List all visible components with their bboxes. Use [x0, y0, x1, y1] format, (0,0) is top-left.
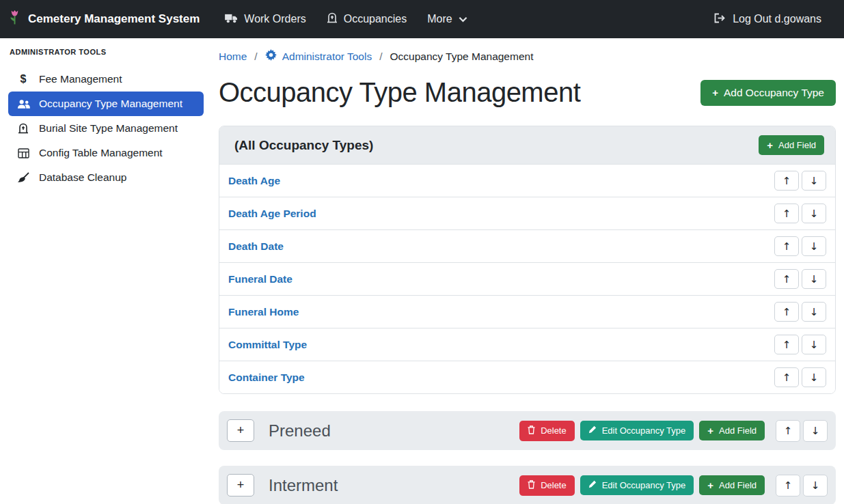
move-up-button[interactable]: ↑: [774, 269, 799, 289]
field-link-death-date[interactable]: Death Date: [228, 240, 284, 253]
move-down-button[interactable]: ↓: [802, 236, 826, 256]
sidebar: ADMINISTRATOR TOOLS $ Fee Management Occ…: [0, 38, 210, 504]
field-link-committal-type[interactable]: Committal Type: [228, 339, 307, 351]
truck-icon: [225, 13, 238, 26]
edit-occupancy-type-button[interactable]: Edit Occupancy Type: [580, 421, 694, 440]
move-down-button[interactable]: ↓: [803, 420, 828, 442]
breadcrumb-current: Occupancy Type Management: [390, 51, 534, 63]
sidebar-item-burial-site-type-management[interactable]: Burial Site Type Management: [8, 116, 204, 141]
field-row: Funeral Date ↑ ↓: [219, 262, 835, 295]
breadcrumb-administrator-tools[interactable]: Administrator Tools: [265, 49, 372, 64]
pencil-icon: [588, 480, 597, 490]
field-link-funeral-date[interactable]: Funeral Date: [228, 273, 292, 285]
arrow-down-icon: ↓: [810, 175, 819, 187]
arrow-down-icon: ↓: [810, 306, 819, 318]
plus-icon: +: [237, 423, 245, 438]
add-field-button[interactable]: + Add Field: [759, 135, 824, 155]
logout-link[interactable]: Log Out d.gowans: [704, 7, 832, 32]
trash-icon: [528, 480, 535, 491]
plus-icon: +: [712, 87, 718, 98]
arrow-up-icon: ↑: [782, 240, 791, 253]
arrow-down-icon: ↓: [810, 208, 819, 220]
chevron-down-icon: [459, 13, 467, 25]
sidebar-item-config-table-management[interactable]: Config Table Management: [8, 141, 204, 165]
plus-icon: +: [707, 480, 713, 490]
arrow-up-icon: ↑: [782, 273, 791, 285]
sidebar-item-fee-management[interactable]: $ Fee Management: [8, 67, 204, 92]
page-title: Occupancy Type Management: [219, 77, 580, 108]
breadcrumb-home[interactable]: Home: [219, 51, 247, 63]
tombstone-icon: [16, 123, 30, 134]
arrow-up-icon: ↑: [782, 372, 791, 384]
move-down-button[interactable]: ↓: [802, 335, 826, 354]
delete-button[interactable]: Delete: [519, 421, 575, 441]
move-down-button[interactable]: ↓: [802, 367, 826, 387]
tulip-logo-icon: [8, 8, 21, 31]
add-field-button[interactable]: + Add Field: [699, 421, 765, 440]
section-title: Preneed: [269, 421, 331, 440]
field-row: Death Date ↑ ↓: [219, 229, 835, 262]
move-up-button[interactable]: ↑: [774, 335, 799, 354]
field-row: Container Type ↑ ↓: [219, 361, 835, 393]
field-link-container-type[interactable]: Container Type: [228, 372, 305, 384]
move-down-button[interactable]: ↓: [802, 204, 826, 223]
move-up-button[interactable]: ↑: [774, 302, 799, 322]
all-occupancy-types-header: (All Occupancy Types) + Add Field: [219, 126, 835, 165]
arrow-up-icon: ↑: [782, 208, 791, 220]
arrow-up-icon: ↑: [782, 306, 791, 318]
breadcrumb: Home / Administrator Tools / Occupancy T…: [219, 49, 836, 64]
arrow-down-icon: ↓: [810, 339, 819, 351]
top-navbar: Cemetery Management System Work Orders O…: [0, 0, 844, 38]
field-link-death-age[interactable]: Death Age: [228, 175, 280, 187]
arrow-down-icon: ↓: [810, 240, 819, 253]
nav-item-occupancies[interactable]: Occupancies: [316, 6, 418, 32]
move-up-button[interactable]: ↑: [776, 475, 800, 496]
nav-links: Work Orders Occupancies More: [215, 6, 477, 32]
move-down-button[interactable]: ↓: [802, 302, 826, 322]
main-content: Home / Administrator Tools / Occupancy T…: [210, 38, 844, 504]
arrow-up-icon: ↑: [784, 425, 793, 437]
arrow-up-icon: ↑: [782, 339, 791, 351]
trash-icon: [528, 425, 535, 436]
add-field-button[interactable]: + Add Field: [699, 475, 765, 495]
app-brand[interactable]: Cemetery Management System: [8, 8, 200, 31]
move-down-button[interactable]: ↓: [802, 171, 826, 191]
move-up-button[interactable]: ↑: [774, 171, 799, 191]
field-link-funeral-home[interactable]: Funeral Home: [228, 306, 299, 318]
sidebar-item-database-cleanup[interactable]: Database Cleanup: [8, 165, 204, 190]
field-row: Committal Type ↑ ↓: [219, 328, 835, 361]
table-icon: [16, 148, 30, 158]
section-title: Interment: [269, 476, 338, 495]
add-occupancy-type-button[interactable]: + Add Occupancy Type: [700, 80, 836, 106]
arrow-down-icon: ↓: [811, 425, 820, 437]
arrow-up-icon: ↑: [782, 175, 791, 187]
sidebar-item-occupancy-type-management[interactable]: Occupancy Type Management: [8, 92, 204, 116]
move-up-button[interactable]: ↑: [776, 420, 800, 442]
field-link-death-age-period[interactable]: Death Age Period: [228, 208, 316, 220]
breadcrumb-separator: /: [254, 51, 257, 63]
move-up-button[interactable]: ↑: [774, 367, 799, 387]
arrow-down-icon: ↓: [810, 372, 819, 384]
nav-item-more[interactable]: More: [417, 7, 477, 31]
dollar-icon: $: [16, 73, 30, 85]
expand-section-button[interactable]: +: [227, 474, 254, 496]
expand-section-button[interactable]: +: [227, 419, 254, 442]
nav-item-work-orders[interactable]: Work Orders: [215, 7, 316, 32]
field-row: Death Age Period ↑ ↓: [219, 197, 835, 229]
edit-occupancy-type-button[interactable]: Edit Occupancy Type: [580, 475, 694, 495]
logout-icon: [714, 13, 726, 26]
move-up-button[interactable]: ↑: [774, 236, 799, 256]
gear-icon: [265, 49, 277, 64]
move-up-button[interactable]: ↑: [774, 204, 799, 223]
move-down-button[interactable]: ↓: [803, 475, 828, 496]
move-down-button[interactable]: ↓: [802, 269, 826, 289]
all-occupancy-types-card: (All Occupancy Types) + Add Field Death …: [219, 126, 836, 394]
plus-icon: +: [237, 478, 245, 492]
occupancy-type-section-preneed: + Preneed Delete: [219, 411, 836, 450]
arrow-up-icon: ↑: [784, 479, 793, 492]
occupancy-type-section-interment: + Interment Delete: [219, 466, 836, 504]
app-title: Cemetery Management System: [28, 12, 200, 26]
delete-button[interactable]: Delete: [519, 475, 575, 496]
breadcrumb-separator: /: [379, 51, 382, 63]
plus-icon: +: [707, 425, 713, 436]
